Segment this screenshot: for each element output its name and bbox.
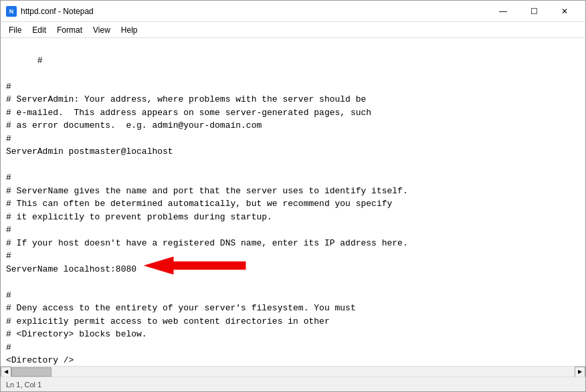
menu-edit[interactable]: Edit (27, 23, 52, 37)
window-title: httpd.conf - Notepad (21, 7, 488, 16)
scroll-right-button[interactable]: ▶ (575, 367, 585, 377)
scroll-thumb[interactable] (11, 367, 52, 377)
close-button[interactable]: ✕ (549, 1, 580, 22)
status-text: Ln 1, Col 1 (6, 381, 41, 389)
status-bar: Ln 1, Col 1 (1, 377, 585, 391)
menu-bar: File Edit Format View Help (1, 22, 585, 38)
menu-view[interactable]: View (88, 23, 116, 37)
maximize-button[interactable]: ☐ (518, 1, 549, 22)
menu-help[interactable]: Help (116, 23, 143, 37)
title-bar: N httpd.conf - Notepad — ☐ ✕ (1, 1, 585, 22)
editor-area: # # # ServerAdmin: Your address, where p… (1, 38, 585, 366)
scroll-track[interactable] (11, 367, 575, 377)
window-controls: — ☐ ✕ (488, 1, 580, 22)
window: N httpd.conf - Notepad — ☐ ✕ File Edit F… (0, 0, 586, 392)
text-editor[interactable]: # # # ServerAdmin: Your address, where p… (1, 38, 585, 366)
menu-file[interactable]: File (3, 23, 27, 37)
horizontal-scrollbar[interactable]: ◀ ▶ (1, 366, 585, 377)
menu-format[interactable]: Format (52, 23, 88, 37)
editor-text: # # # ServerAdmin: Your address, where p… (6, 56, 408, 367)
minimize-button[interactable]: — (488, 1, 518, 22)
scroll-left-button[interactable]: ◀ (1, 367, 11, 377)
app-icon: N (6, 6, 17, 17)
